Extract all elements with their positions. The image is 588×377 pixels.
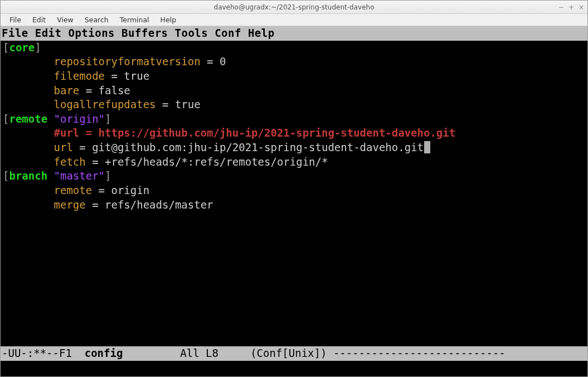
- subsection: "origin": [54, 113, 105, 125]
- emacs-menu-edit[interactable]: Edit: [35, 27, 62, 39]
- val: refs/heads/master: [105, 199, 213, 211]
- section-remote: remote: [9, 113, 47, 125]
- key: repositoryformatversion: [54, 55, 201, 67]
- modeline-status: -UU-:**--: [2, 347, 59, 359]
- val: git@github.com:jhu-ip/2021-spring-studen…: [92, 141, 424, 153]
- key: remote: [54, 184, 93, 196]
- terminal-window: daveho@ugradx:~/2021-spring-student-dave…: [0, 0, 588, 377]
- text-cursor: [424, 141, 430, 153]
- section-core: core: [9, 41, 35, 54]
- editor-buffer[interactable]: [core] repositoryformatversion = 0 filem…: [3, 41, 585, 347]
- emacs-minibuffer[interactable]: [3, 361, 585, 374]
- maximize-icon[interactable]: +: [568, 3, 574, 11]
- key: filemode: [54, 70, 105, 82]
- emacs-menu-buffers[interactable]: Buffers: [122, 27, 168, 39]
- key: merge: [54, 199, 86, 211]
- key: fetch: [54, 156, 86, 168]
- os-menu-view[interactable]: View: [51, 14, 79, 25]
- os-menu-search[interactable]: Search: [79, 14, 114, 25]
- modeline-dashes: ---------------------------: [333, 347, 506, 359]
- key: url: [54, 141, 73, 153]
- terminal-area: File Edit Options Buffers Tools Conf Hel…: [1, 26, 587, 376]
- minimize-icon[interactable]: −: [558, 3, 564, 11]
- os-menu-help[interactable]: Help: [155, 14, 182, 25]
- emacs-modeline: -UU-:**--F1 config All L8 (Conf[Unix]) -…: [1, 346, 587, 361]
- key: logallrefupdates: [54, 98, 156, 110]
- emacs-menubar[interactable]: File Edit Options Buffers Tools Conf Hel…: [1, 26, 587, 41]
- os-menu-terminal[interactable]: Terminal: [114, 14, 155, 25]
- val: true: [175, 98, 201, 110]
- val: false: [99, 84, 130, 96]
- modeline-frame: F1: [59, 347, 72, 359]
- val: true: [124, 70, 149, 82]
- val: 0: [220, 55, 226, 67]
- os-menubar: File Edit View Search Terminal Help: [1, 14, 587, 26]
- key: bare: [54, 84, 80, 96]
- emacs-menu-tools[interactable]: Tools: [175, 27, 208, 39]
- modeline-buffer: config: [85, 347, 123, 359]
- modeline-position: All L8: [180, 347, 218, 359]
- window-titlebar[interactable]: daveho@ugradx:~/2021-spring-student-dave…: [1, 1, 587, 14]
- comment-line: #url = https://github.com/jhu-ip/2021-sp…: [54, 127, 456, 139]
- val: origin: [111, 184, 149, 196]
- emacs-menu-file[interactable]: File: [2, 27, 28, 39]
- modeline-mode: (Conf[Unix]): [250, 347, 327, 359]
- close-icon[interactable]: ×: [579, 3, 584, 11]
- window-title: daveho@ugradx:~/2021-spring-student-dave…: [214, 3, 375, 11]
- subsection: "master": [54, 170, 105, 182]
- emacs-menu-conf[interactable]: Conf: [215, 27, 241, 39]
- window-controls: − + ×: [558, 3, 584, 11]
- val: +refs/heads/*:refs/remotes/origin/*: [105, 156, 328, 168]
- emacs-menu-help[interactable]: Help: [248, 27, 275, 39]
- os-menu-edit[interactable]: Edit: [27, 14, 51, 25]
- section-branch: branch: [9, 170, 47, 182]
- emacs-menu-options[interactable]: Options: [68, 27, 115, 39]
- os-menu-file[interactable]: File: [4, 14, 27, 25]
